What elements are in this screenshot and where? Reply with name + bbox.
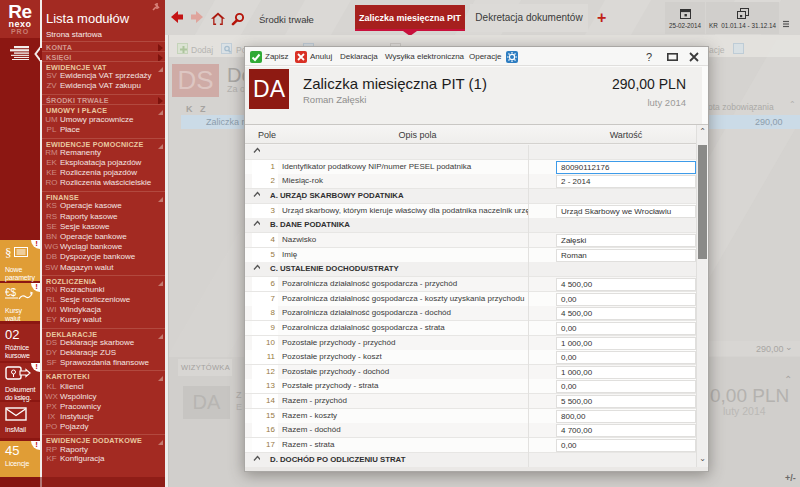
svg-text:§: § (5, 245, 12, 259)
svg-text:€$: €$ (5, 287, 17, 298)
